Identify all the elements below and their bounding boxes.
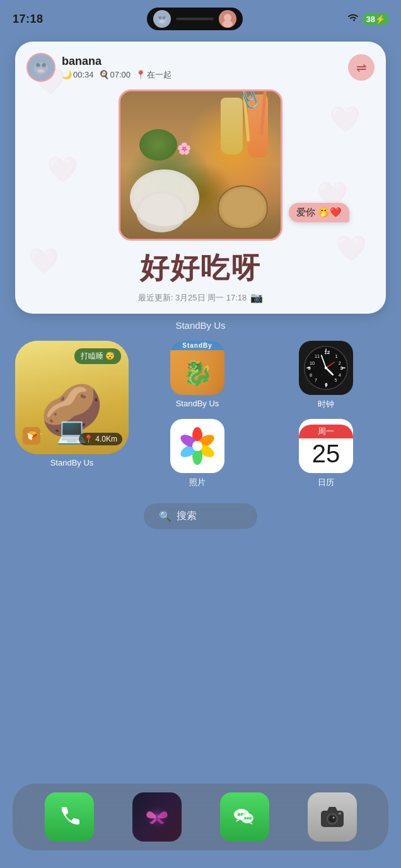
large-app-content: 🥔 💻 ⭐ 🍞 打瞌睡 😴 📍 4.0Km (15, 341, 129, 454)
plate-small (136, 191, 187, 232)
svg-text:7: 7 (315, 377, 317, 383)
standby-widget[interactable]: 🩷 🩷 🩷 🩷 🩷 🩷 banana (15, 42, 386, 314)
svg-text:3: 3 (340, 365, 344, 371)
svg-point-43 (192, 441, 202, 451)
svg-text:2: 2 (339, 360, 341, 366)
svg-point-11 (42, 63, 45, 67)
svg-point-57 (329, 816, 335, 822)
sleep-badge: 打瞌睡 😴 (74, 348, 121, 364)
apps-section: 🥔 💻 ⭐ 🍞 打瞌睡 😴 📍 4.0Km (15, 341, 386, 488)
user-details: 🌙 00:34 🍳 07:00 📍 在一起 (62, 69, 171, 81)
svg-point-10 (36, 63, 40, 67)
love-bubble: 爱你 🤭❤️ (289, 203, 349, 222)
standby-us-app-item: StandBy 🐉 StandBy Us (137, 341, 257, 410)
location-badge: 📍 4.0Km (79, 433, 122, 445)
camera-dock-icon[interactable] (308, 792, 357, 842)
toast-badge: 🍞 (23, 427, 40, 445)
standby-us-small-icon[interactable]: StandBy 🐉 (170, 341, 224, 395)
wechat-dock-icon[interactable] (220, 792, 269, 842)
calendar-icon[interactable]: 周一 25 (299, 419, 353, 473)
svg-text:11: 11 (315, 353, 320, 359)
food-photo-inner: 🌸 (120, 91, 281, 239)
svg-point-3 (163, 16, 166, 20)
widget-label: StandBy Us (0, 320, 401, 331)
svg-text:4: 4 (339, 372, 341, 378)
shortcuts-dock-icon[interactable] (132, 792, 182, 842)
food-photo: 🌸 📎 (119, 89, 282, 241)
phone-svg (55, 803, 83, 831)
standby-us-label: StandBy Us (176, 399, 219, 408)
status-time: 17:18 (13, 13, 44, 26)
svg-text:9: 9 (308, 365, 311, 371)
flower-garnish: 🌸 (177, 142, 191, 156)
camera-icon: 📷 (250, 292, 263, 304)
avatar-left (153, 10, 171, 28)
calendar-header: 周一 (299, 425, 353, 438)
search-icon: 🔍 (159, 510, 171, 522)
swap-button[interactable]: ⇌ (348, 54, 375, 81)
dynamic-island-bar (176, 18, 214, 20)
phone-dock-icon[interactable] (45, 792, 94, 842)
svg-point-51 (244, 817, 247, 819)
svg-text:10: 10 (310, 360, 315, 366)
standby-us-large-icon[interactable]: 🥔 💻 ⭐ 🍞 打瞌睡 😴 📍 4.0Km (15, 341, 129, 454)
svg-point-47 (237, 813, 240, 816)
veggies (139, 129, 177, 161)
clock-label: 时钟 (318, 399, 334, 410)
wifi-icon (347, 13, 359, 25)
calendar-weekday: 周一 (318, 426, 334, 437)
apps-row: 🥔 💻 ⭐ 🍞 打瞌睡 😴 📍 4.0Km (15, 341, 386, 488)
dock (13, 784, 388, 850)
user-info-section: banana 🌙 00:34 🍳 07:00 📍 在一起 (26, 53, 171, 82)
search-bar[interactable]: 🔍 搜索 (144, 503, 257, 529)
calendar-app-item: 周一 25 日历 (266, 419, 386, 488)
standby-glow (170, 341, 224, 395)
shortcuts-svg (142, 802, 172, 832)
svg-point-45 (144, 804, 170, 830)
large-app-label: StandBy Us (15, 458, 129, 467)
svg-point-53 (249, 817, 252, 819)
user-avatar (26, 53, 55, 82)
user-info: banana 🌙 00:34 🍳 07:00 📍 在一起 (62, 55, 171, 81)
svg-point-12 (38, 69, 45, 72)
clock-svg: 12 3 6 9 11 1 2 4 5 (303, 345, 349, 391)
photos-icon[interactable] (170, 419, 224, 473)
widget-header: banana 🌙 00:34 🍳 07:00 📍 在一起 ⇌ (26, 53, 375, 82)
svg-text:5: 5 (335, 377, 337, 383)
svg-text:1: 1 (335, 353, 337, 359)
drink-left (221, 98, 243, 154)
svg-point-58 (332, 817, 334, 819)
svg-point-7 (223, 20, 233, 28)
apps-grid-right: StandBy 🐉 StandBy Us (137, 341, 386, 488)
svg-text:6: 6 (325, 382, 328, 387)
camera-svg (317, 802, 347, 832)
status-right: 38⚡ (347, 13, 388, 25)
svg-text:12: 12 (324, 350, 330, 355)
clock-icon[interactable]: 12 3 6 9 11 1 2 4 5 (299, 341, 353, 395)
username: banana (62, 55, 171, 68)
sleep-time: 🌙 00:34 (62, 70, 94, 79)
search-text: 搜索 (177, 510, 197, 523)
photos-svg (178, 427, 216, 465)
avatar-right (219, 10, 236, 28)
food-photo-area: 🌸 📎 爱你 🤭❤️ (26, 89, 375, 241)
clock-app-item: 12 3 6 9 11 1 2 4 5 (266, 341, 386, 410)
dynamic-island (147, 8, 243, 30)
location-status: 📍 在一起 (136, 69, 171, 81)
svg-text:8: 8 (310, 372, 312, 378)
update-time: 最近更新: 3月25日 周一 17:18 📷 (26, 292, 375, 304)
svg-point-4 (160, 20, 165, 23)
calendar-label: 日历 (318, 477, 334, 488)
svg-point-35 (325, 367, 328, 370)
svg-point-2 (159, 16, 162, 20)
wake-time: 🍳 07:00 (99, 70, 131, 79)
large-app-column: 🥔 💻 ⭐ 🍞 打瞌睡 😴 📍 4.0Km (15, 341, 129, 467)
main-message: 好好吃呀 (26, 249, 375, 288)
bamboo-steamer (218, 185, 268, 229)
svg-point-52 (247, 817, 249, 819)
svg-rect-59 (339, 813, 341, 814)
photos-app-item: 照片 (137, 419, 257, 488)
photos-label: 照片 (189, 477, 206, 488)
status-bar: 17:18 (0, 0, 401, 35)
battery-level: 38⚡ (363, 13, 388, 25)
